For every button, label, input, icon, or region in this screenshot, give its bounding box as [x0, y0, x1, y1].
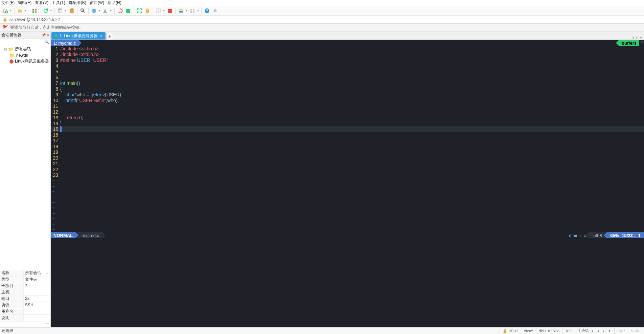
dropdown-icon[interactable]: ▼ — [64, 9, 67, 12]
code-line: 14} — [51, 121, 644, 126]
buffers-caret-icon: ^ — [639, 40, 644, 46]
code-line: 1#include <stdio.h> — [51, 46, 644, 52]
tab-next-icon[interactable]: ► — [635, 36, 639, 40]
dropdown-icon[interactable]: ▼ — [197, 9, 199, 12]
help-icon[interactable]: ? — [204, 7, 210, 14]
code-line: 4 — [51, 63, 644, 69]
svg-rect-17 — [146, 10, 149, 13]
tab-close-icon[interactable]: × — [100, 34, 102, 38]
tree-item-label: newdir — [16, 53, 28, 58]
menu-item[interactable]: 窗口(W) — [90, 0, 104, 6]
server-icon — [9, 59, 14, 64]
empty-line: ~ — [51, 178, 644, 184]
code-line: 12 — [51, 109, 644, 115]
session-up-icon[interactable]: ▲ — [590, 329, 595, 333]
vim-position: 65% 15/23 : 1 — [607, 232, 644, 238]
terminal[interactable]: 1: mycmd.c buffers ^ 1#include <stdio.h>… — [51, 40, 644, 327]
layout1-icon[interactable] — [155, 7, 162, 14]
tab-label: Linux腾讯云服务器 — [64, 33, 98, 39]
dropdown-icon[interactable]: ▼ — [185, 9, 188, 12]
info-text: 要添加当前会话，点击左侧的箭头按钮。 — [10, 25, 83, 30]
new-session-icon[interactable] — [2, 7, 9, 14]
svg-rect-10 — [70, 9, 73, 13]
add-tab-button[interactable]: + — [106, 33, 113, 40]
sidebar-filter[interactable]: 🔍 — [0, 39, 50, 45]
tree-item[interactable]: Linux腾讯云服务器 — [1, 58, 50, 65]
property-row: 用户名 — [0, 308, 50, 315]
empty-line: ~ — [51, 194, 644, 200]
reconnect-icon[interactable] — [31, 7, 38, 14]
flag-icon[interactable]: 🚩 — [3, 25, 8, 30]
search-icon[interactable]: 🔍 — [44, 40, 49, 44]
svg-rect-4 — [32, 11, 34, 13]
session-prev-icon[interactable]: ◄ — [596, 329, 600, 333]
pin-icon[interactable]: 📌 — [42, 33, 46, 37]
status-protocol: 🔒SSH2 — [500, 328, 521, 334]
menu-item[interactable]: 文件(F) — [1, 0, 15, 6]
empty-line: ~ — [51, 189, 644, 194]
session-tree: ⊟📁所有会话📁newdirLinux腾讯云服务器 — [0, 45, 50, 270]
disconnect-icon[interactable] — [42, 7, 49, 14]
code-line: 16 — [51, 132, 644, 138]
session-next-icon[interactable]: ► — [601, 329, 606, 333]
info-bar: 🚩 要添加当前会话，点击左侧的箭头按钮。 — [0, 24, 644, 32]
find-icon[interactable] — [79, 7, 86, 14]
tree-item[interactable]: 📁newdir — [1, 52, 50, 58]
terminal-green-icon[interactable] — [125, 7, 132, 14]
property-value: 22 — [24, 296, 50, 301]
code-line: 15 — [51, 126, 644, 132]
globe-icon[interactable] — [91, 7, 97, 14]
svg-rect-20 — [179, 9, 183, 10]
menu-item[interactable]: 查看(V) — [35, 0, 48, 6]
close-icon[interactable]: ✕ — [46, 33, 49, 37]
property-label: 说明 — [0, 315, 24, 321]
open-icon[interactable] — [17, 7, 23, 14]
tools-icon[interactable] — [178, 7, 184, 14]
dropdown-icon[interactable]: ▼ — [110, 9, 112, 12]
font-icon[interactable]: A — [102, 7, 109, 14]
tab-list-icon[interactable]: ▼ — [639, 36, 643, 40]
svg-point-12 — [81, 9, 84, 11]
session-properties: 名称所有会话︽类型文件夹子项目2主机端口22协议SSH用户名说明︾ — [0, 270, 50, 327]
fullscreen-icon[interactable] — [136, 7, 143, 14]
status-sessions: 1 会话 ▲ ◄ ► ▼ — [575, 328, 614, 334]
notification-icon[interactable] — [212, 7, 218, 14]
session-down-icon[interactable]: ▼ — [607, 329, 612, 333]
layout2-icon[interactable] — [166, 7, 173, 14]
tree-item[interactable]: ⊟📁所有会话 — [1, 46, 50, 52]
lock-icon[interactable] — [144, 7, 151, 14]
address-bar: 🔒 ssh://wyn@43.143.224.5:22 — [0, 16, 644, 24]
code-line: 7int main() — [51, 80, 644, 86]
menu-item[interactable]: 帮助(H) — [108, 0, 121, 6]
lock-icon: 🔒 — [3, 17, 7, 22]
vim-filename: mycmd.c — [75, 232, 102, 238]
tree-item-label: 所有会话 — [15, 46, 31, 52]
tab-prev-icon[interactable]: ◄ — [631, 36, 635, 40]
menu-item[interactable]: 编辑(E) — [18, 0, 31, 6]
tab-bar: 1 Linux腾讯云服务器 × + ◄ ► ▼ — [51, 32, 644, 40]
vim-status-line: NORMAL mycmd.c main < c utf-8 65% 15/23 … — [51, 232, 644, 238]
svg-rect-9 — [59, 9, 62, 13]
empty-line: ~ — [51, 205, 644, 211]
dropdown-icon[interactable]: ▼ — [9, 9, 12, 12]
swirl-icon[interactable] — [117, 7, 123, 14]
property-label: 主机 — [0, 289, 24, 295]
copy-icon[interactable] — [57, 7, 64, 14]
property-label: 名称 — [0, 270, 24, 276]
svg-rect-3 — [35, 9, 37, 10]
dropdown-icon[interactable]: ▼ — [163, 9, 165, 12]
session-tab[interactable]: 1 Linux腾讯云服务器 × — [51, 32, 106, 40]
dropdown-icon[interactable]: ▼ — [98, 9, 101, 12]
dropdown-icon[interactable]: ▼ — [50, 9, 52, 12]
grid-icon[interactable] — [189, 7, 196, 14]
menu-item[interactable]: 工具(T) — [52, 0, 65, 6]
paste-icon[interactable] — [68, 7, 75, 14]
empty-line: ~ — [51, 211, 644, 216]
dropdown-icon[interactable]: ▼ — [24, 9, 27, 12]
sidebar-title: 会话管理器 — [1, 32, 22, 38]
svg-rect-19 — [168, 9, 172, 13]
empty-line: ~ — [51, 227, 644, 232]
menu-item[interactable]: 选项卡(B) — [69, 0, 86, 6]
property-value: 文件夹 — [24, 277, 50, 282]
code-line: 23 — [51, 172, 644, 178]
